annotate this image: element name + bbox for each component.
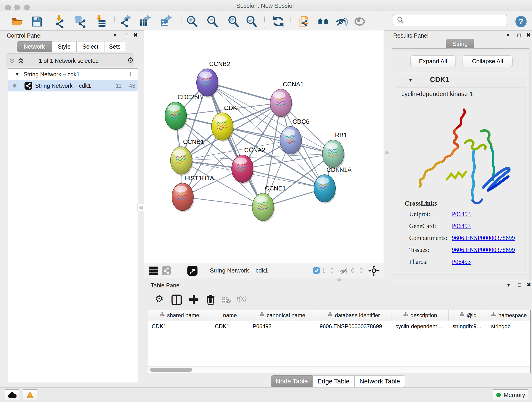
open-file-button[interactable] [11,15,23,28]
grid-view-icon[interactable] [149,267,158,275]
crosslink-link[interactable]: 9606.ENSP00000378699 [452,246,515,254]
copy-network-button[interactable] [298,15,311,28]
network-node[interactable]: CDK1 [211,104,241,142]
hidden-eye-icon[interactable] [339,266,349,276]
hide-selected-icon [335,15,348,28]
panel-close-icon[interactable]: ✖ [133,32,138,38]
crosslinks-title: CrossLinks [405,200,437,207]
expand-all-button[interactable]: Expand All [410,56,456,67]
panel-float-icon[interactable]: □ [517,32,521,38]
panel-float-icon[interactable]: □ [518,282,521,288]
network-node[interactable]: CDC25B [165,94,202,131]
crosslink-link[interactable]: P06493 [452,258,471,265]
tab-style[interactable]: Style [52,41,76,52]
tab-network-table[interactable]: Network Table [355,375,405,387]
results-scrollbar[interactable] [529,48,531,280]
help-button[interactable]: ? [515,15,527,28]
first-neighbors-button[interactable] [317,15,330,28]
first-neighbors-icon [317,15,330,28]
panel-collapse-icon[interactable]: ▾ [507,32,509,38]
network-node[interactable]: CCNE1 [252,185,286,222]
zoom-fit-button[interactable] [227,15,240,28]
network-canvas[interactable]: CCNB2 CCNA1 CDC25B CDK1 CDC6 RB1 CCNB1 [144,31,384,263]
search-box[interactable] [393,14,507,26]
delete-column-icon[interactable] [205,294,216,305]
cloud-icon [7,391,17,398]
network-selection-status: 1 of 1 Network selected [2,57,136,64]
table-settings-gear-icon[interactable]: ⚙ [155,293,164,304]
network-collection-row[interactable]: ▼ String Network – cdk1 1 [8,69,138,80]
network-edge[interactable] [183,197,263,207]
network-node[interactable]: CCNB2 [196,61,230,98]
import-network-button[interactable] [54,15,66,28]
selected-checkbox-icon[interactable] [313,267,320,274]
crosslink-label: Uniprot: [409,211,430,218]
panel-collapse-icon[interactable]: ▾ [114,32,116,38]
network-node[interactable]: HIST1H1A [172,175,214,212]
node-label: CCNE1 [265,185,286,192]
results-divider-handle[interactable] [385,151,389,154]
panel-close-icon[interactable]: ✖ [526,282,531,288]
hide-selected-button[interactable] [335,15,348,28]
org-icon [259,312,264,317]
network-edge[interactable] [181,154,333,160]
pan-crosshair-icon[interactable] [368,265,380,276]
export-network-button[interactable] [119,15,132,28]
crosslink-link[interactable]: 9606.ENSP00000378699 [452,235,515,242]
scrollbar-thumb[interactable] [150,368,192,372]
table-horizontal-scrollbar[interactable] [148,366,530,373]
zoom-in-button[interactable] [186,15,198,28]
import-table-button[interactable] [94,15,107,28]
protein-detail-box: cyclin-dependent kinase 1 [396,88,526,272]
org-icon [459,312,464,317]
add-column-icon[interactable] [189,294,199,305]
export-network-icon [119,15,132,28]
network-status-bullet-icon [13,84,17,88]
crosshair-icon [368,265,380,276]
crosslink-link[interactable]: P06493 [452,223,471,230]
refresh-layout-button[interactable] [272,15,285,28]
network-options-gear-icon[interactable]: ⚙ [127,56,134,65]
status-bar: Memory [0,387,532,402]
network-node[interactable]: CCNA2 [232,147,265,184]
show-all-button[interactable] [353,15,366,28]
import-database-button[interactable] [73,15,86,28]
network-edge[interactable] [207,83,263,207]
network-node[interactable]: CDKN1A [314,166,352,204]
panel-float-icon[interactable]: □ [125,32,128,38]
tab-sets[interactable]: Sets [104,41,125,52]
zoom-selected-button[interactable] [245,15,258,28]
tree-expand-icon[interactable]: ▼ [15,72,19,77]
export-image-button[interactable] [160,15,172,28]
panel-close-icon[interactable]: ✖ [526,32,531,38]
network-edge-count: 48 [129,83,135,89]
tab-network[interactable]: Network [17,41,52,52]
column-header: canonical name [249,310,316,321]
network-node[interactable]: RB1 [322,132,347,169]
tab-edge-table[interactable]: Edge Table [312,375,355,387]
network-graph[interactable]: CCNB2 CCNA1 CDC25B CDK1 CDC6 RB1 CCNB1 [144,31,384,263]
tab-node-table[interactable]: Node Table [271,375,312,387]
export-table-icon [139,15,152,28]
network-badge-gray-icon[interactable] [162,266,171,275]
node-table[interactable]: shared name name canonical name database… [148,310,531,373]
birdseye-view-icon[interactable] [187,266,197,276]
panel-collapse-icon[interactable]: ▾ [507,282,510,288]
network-row-selected[interactable]: String Network – cdk1 11 48 [8,80,138,91]
save-session-button[interactable] [30,15,43,28]
tab-string[interactable]: String [446,39,474,49]
toolbar-separator [264,13,265,28]
search-input[interactable] [404,17,507,24]
zoom-out-button[interactable] [206,15,219,28]
network-edge[interactable] [183,103,281,197]
collapse-all-button[interactable]: Collapse All [462,56,513,67]
table-row[interactable]: CDK1 CDK1 P06493 9606.ENSP00000378699 cy… [148,321,530,332]
tab-select[interactable]: Select [76,41,104,52]
memory-button[interactable]: Memory [493,389,528,400]
show-columns-icon[interactable] [171,294,182,305]
crosslink-link[interactable]: P06493 [452,211,471,218]
warnings-button[interactable] [23,389,37,400]
network-node[interactable]: CCNA1 [270,81,304,118]
cloud-sync-button[interactable] [5,389,19,400]
export-table-button[interactable] [139,15,152,28]
